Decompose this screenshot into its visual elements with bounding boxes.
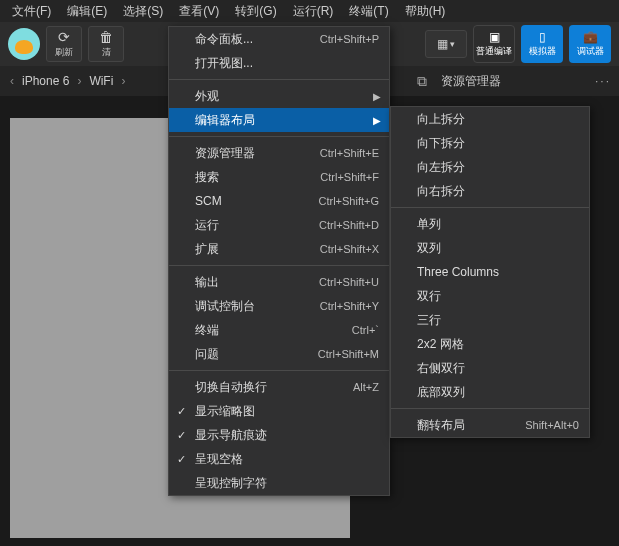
simulator-label: 模拟器 bbox=[529, 45, 556, 58]
menu-item[interactable]: 调试控制台Ctrl+Shift+Y bbox=[169, 294, 389, 318]
menu-item-label: 双行 bbox=[417, 288, 441, 305]
menu-item[interactable]: ✓显示缩略图 bbox=[169, 399, 389, 423]
menu-item-label: 呈现控制字符 bbox=[195, 475, 267, 492]
menu-item[interactable]: 搜索Ctrl+Shift+F bbox=[169, 165, 389, 189]
phone-icon: ▯ bbox=[539, 30, 546, 44]
menu-item[interactable]: 切换自动换行Alt+Z bbox=[169, 375, 389, 399]
clear-button[interactable]: 🗑 清 bbox=[88, 26, 124, 62]
menu-item-label: 问题 bbox=[195, 346, 219, 363]
menu-shortcut: Ctrl+Shift+E bbox=[320, 147, 379, 159]
menu-item[interactable]: 打开视图... bbox=[169, 51, 389, 75]
refresh-label: 刷新 bbox=[55, 46, 73, 59]
compile-icon: ▣ bbox=[489, 30, 500, 44]
menu-item[interactable]: 向下拆分 bbox=[391, 131, 589, 155]
menu-shortcut: Ctrl+Shift+F bbox=[320, 171, 379, 183]
menu-item-label: 向上拆分 bbox=[417, 111, 465, 128]
menu-item[interactable]: 双行 bbox=[391, 284, 589, 308]
check-icon: ✓ bbox=[177, 405, 186, 418]
check-icon: ✓ bbox=[177, 453, 186, 466]
menu-item[interactable]: 双列 bbox=[391, 236, 589, 260]
menu-item-label: 翻转布局 bbox=[417, 417, 465, 434]
menu-shortcut: Ctrl+Shift+U bbox=[319, 276, 379, 288]
menu-shortcut: Shift+Alt+0 bbox=[525, 419, 579, 431]
menu-item[interactable]: 底部双列 bbox=[391, 380, 589, 404]
menu-item[interactable]: 单列 bbox=[391, 212, 589, 236]
compile-label: 普通编译 bbox=[476, 45, 512, 58]
menu-item-label: 命令面板... bbox=[195, 31, 253, 48]
menubar-item[interactable]: 查看(V) bbox=[171, 1, 227, 22]
menu-item[interactable]: 终端Ctrl+` bbox=[169, 318, 389, 342]
refresh-icon: ⟳ bbox=[58, 29, 70, 45]
app-logo bbox=[8, 28, 40, 60]
menu-item[interactable]: 三行 bbox=[391, 308, 589, 332]
menubar-item[interactable]: 选择(S) bbox=[115, 1, 171, 22]
menu-item-label: 向下拆分 bbox=[417, 135, 465, 152]
menu-item[interactable]: 问题Ctrl+Shift+M bbox=[169, 342, 389, 366]
menu-item[interactable]: 资源管理器Ctrl+Shift+E bbox=[169, 141, 389, 165]
menu-item[interactable]: 向上拆分 bbox=[391, 107, 589, 131]
menu-item[interactable]: 右侧双行 bbox=[391, 356, 589, 380]
menu-item[interactable]: ✓呈现空格 bbox=[169, 447, 389, 471]
menu-item[interactable]: 命令面板...Ctrl+Shift+P bbox=[169, 27, 389, 51]
menu-item[interactable]: 向左拆分 bbox=[391, 155, 589, 179]
layout-grid-button[interactable]: ▦▾ bbox=[425, 30, 467, 58]
menu-item-label: 打开视图... bbox=[195, 55, 253, 72]
menu-item[interactable]: 2x2 网格 bbox=[391, 332, 589, 356]
editor-layout-submenu: 向上拆分向下拆分向左拆分向右拆分单列双列Three Columns双行三行2x2… bbox=[390, 106, 590, 438]
menu-item[interactable]: 输出Ctrl+Shift+U bbox=[169, 270, 389, 294]
chevron-down-icon: ▾ bbox=[450, 39, 455, 49]
check-icon: ✓ bbox=[177, 429, 186, 442]
menu-item[interactable]: 运行Ctrl+Shift+D bbox=[169, 213, 389, 237]
debugger-button[interactable]: 💼 调试器 bbox=[569, 25, 611, 63]
menu-item[interactable]: SCMCtrl+Shift+G bbox=[169, 189, 389, 213]
menu-item[interactable]: 扩展Ctrl+Shift+X bbox=[169, 237, 389, 261]
menu-item[interactable]: ✓显示导航痕迹 bbox=[169, 423, 389, 447]
chevron-right-icon: › bbox=[77, 74, 81, 88]
menu-separator bbox=[169, 370, 389, 371]
menu-separator bbox=[169, 265, 389, 266]
grid-icon: ▦ bbox=[437, 37, 448, 51]
menu-item-label: 资源管理器 bbox=[195, 145, 255, 162]
menu-item-label: SCM bbox=[195, 194, 222, 208]
menubar-item[interactable]: 转到(G) bbox=[227, 1, 284, 22]
chevron-right-icon: ▶ bbox=[373, 115, 381, 126]
menu-item[interactable]: 外观▶ bbox=[169, 84, 389, 108]
compile-button[interactable]: ▣ 普通编译 bbox=[473, 25, 515, 63]
view-menu: 命令面板...Ctrl+Shift+P打开视图...外观▶编辑器布局▶资源管理器… bbox=[168, 26, 390, 496]
menu-item-label: 运行 bbox=[195, 217, 219, 234]
menu-item-label: 呈现空格 bbox=[195, 451, 243, 468]
menubar-item[interactable]: 终端(T) bbox=[341, 1, 396, 22]
menubar-item[interactable]: 帮助(H) bbox=[397, 1, 454, 22]
menu-item[interactable]: 向右拆分 bbox=[391, 179, 589, 203]
chevron-right-icon: ▶ bbox=[373, 91, 381, 102]
menu-item-label: 向右拆分 bbox=[417, 183, 465, 200]
chevron-left-icon[interactable]: ‹ bbox=[10, 74, 14, 88]
menu-shortcut: Ctrl+Shift+Y bbox=[320, 300, 379, 312]
menu-item[interactable]: 呈现控制字符 bbox=[169, 471, 389, 495]
refresh-button[interactable]: ⟳ 刷新 bbox=[46, 26, 82, 62]
menubar-item[interactable]: 运行(R) bbox=[285, 1, 342, 22]
menu-item-label: 三行 bbox=[417, 312, 441, 329]
menubar-item[interactable]: 编辑(E) bbox=[59, 1, 115, 22]
simulator-button[interactable]: ▯ 模拟器 bbox=[521, 25, 563, 63]
breadcrumb-network[interactable]: WiFi bbox=[89, 74, 113, 88]
menu-item-label: 切换自动换行 bbox=[195, 379, 267, 396]
menu-item-label: 向左拆分 bbox=[417, 159, 465, 176]
menu-item[interactable]: 编辑器布局▶ bbox=[169, 108, 389, 132]
more-icon[interactable]: ··· bbox=[595, 74, 611, 88]
menu-item[interactable]: Three Columns bbox=[391, 260, 589, 284]
trash-icon: 🗑 bbox=[99, 29, 113, 45]
menu-separator bbox=[169, 79, 389, 80]
chevron-right-icon: › bbox=[121, 74, 125, 88]
menu-separator bbox=[391, 207, 589, 208]
clear-label: 清 bbox=[102, 46, 111, 59]
menu-shortcut: Ctrl+Shift+G bbox=[318, 195, 379, 207]
breadcrumb-device[interactable]: iPhone 6 bbox=[22, 74, 69, 88]
files-icon[interactable]: ⧉ bbox=[413, 72, 431, 90]
menu-item-label: 右侧双行 bbox=[417, 360, 465, 377]
menu-item-label: 底部双列 bbox=[417, 384, 465, 401]
menu-item-label: 调试控制台 bbox=[195, 298, 255, 315]
menu-separator bbox=[169, 136, 389, 137]
menu-item[interactable]: 翻转布局Shift+Alt+0 bbox=[391, 413, 589, 437]
menubar-item[interactable]: 文件(F) bbox=[4, 1, 59, 22]
